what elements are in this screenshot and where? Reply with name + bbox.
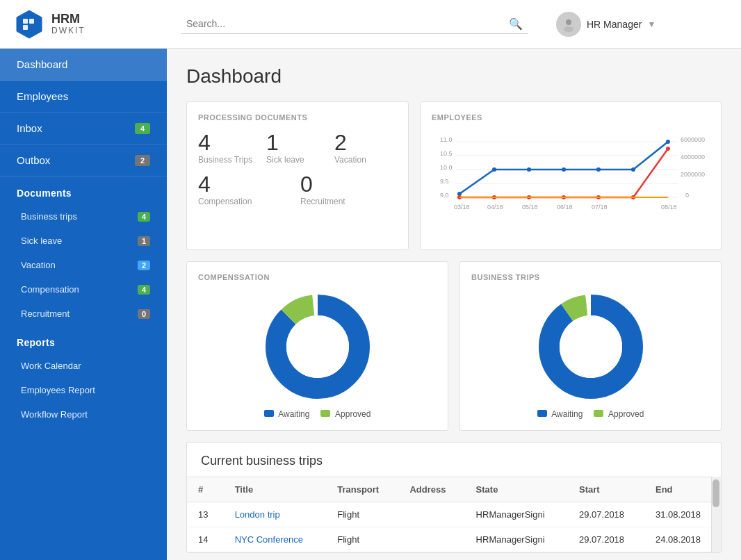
svg-rect-2	[23, 25, 28, 30]
svg-text:2000000: 2000000	[681, 171, 705, 178]
svg-point-42	[286, 315, 349, 378]
sidebar-item-sick-leave[interactable]: Sick leave 1	[0, 229, 167, 253]
svg-point-21	[492, 167, 496, 172]
user-area[interactable]: HR Manager ▼	[556, 12, 656, 37]
legend-green-dot	[320, 410, 330, 417]
sidebar: Dashboard Employees Inbox 4 Outbox 2 Doc…	[0, 49, 167, 560]
col-end: End	[644, 477, 721, 502]
sidebar-outbox-label: Outbox	[17, 154, 50, 166]
bt-legend-green-dot	[594, 410, 603, 417]
proc-item-recruitment: 0 Recruitment	[300, 173, 397, 206]
sidebar-item-work-calendar[interactable]: Work Calendar	[0, 354, 167, 378]
proc-num-business-trips: 4	[198, 131, 261, 154]
svg-point-5	[564, 26, 573, 32]
svg-text:04/18: 04/18	[487, 204, 503, 211]
cell-end: 24.08.2018	[644, 527, 721, 552]
col-title: Title	[224, 477, 327, 502]
table-scroll-wrap[interactable]: # Title Transport Address State Start En…	[187, 477, 721, 552]
table-row: 13 London trip Flight HRManagerSigni 29.…	[187, 502, 721, 527]
sidebar-item-inbox[interactable]: Inbox 4	[0, 113, 167, 145]
logo-hrm: HRM	[51, 13, 86, 26]
svg-text:0: 0	[685, 192, 689, 199]
cell-title[interactable]: NYC Conference	[224, 527, 327, 552]
sidebar-item-business-trips[interactable]: Business trips 4	[0, 204, 167, 229]
proc-grid-row1: 4 Business Trips 1 Sick leave 2 Vacation	[198, 131, 397, 165]
compensation-legend: Awaiting Approved	[264, 409, 371, 419]
sidebar-item-employees-report[interactable]: Employees Report	[0, 378, 167, 402]
cell-title[interactable]: London trip	[224, 502, 327, 527]
chevron-down-icon: ▼	[647, 19, 656, 29]
logo-icon	[14, 9, 44, 40]
svg-point-25	[631, 167, 635, 172]
table-row: 14 NYC Conference Flight HRManagerSigni …	[187, 527, 721, 552]
proc-docs-title: PROCESSING DOCUMENTS	[198, 113, 397, 122]
sidebar-item-dashboard[interactable]: Dashboard	[0, 49, 167, 81]
compensation-badge: 4	[138, 285, 150, 295]
sidebar-item-recruitment[interactable]: Recruitment 0	[0, 302, 167, 326]
proc-label-business-trips: Business Trips	[198, 155, 261, 165]
sidebar-item-compensation[interactable]: Compensation 4	[0, 277, 167, 302]
sick-leave-badge: 1	[138, 236, 150, 246]
svg-point-45	[560, 315, 622, 378]
scrollbar-thumb	[712, 479, 719, 507]
sidebar-item-outbox[interactable]: Outbox 2	[0, 145, 167, 176]
sidebar-employees-label: Employees	[17, 90, 68, 102]
cell-end: 31.08.2018	[644, 502, 721, 527]
sidebar-item-employees[interactable]: Employees	[0, 81, 167, 113]
svg-text:9.5: 9.5	[440, 178, 449, 185]
cell-start: 29.07.2018	[568, 502, 644, 527]
cell-transport: Flight	[326, 502, 398, 527]
current-trips-section: Current business trips # Title Transport…	[186, 442, 722, 553]
cell-state: HRManagerSigni	[465, 527, 568, 552]
scrollbar[interactable]	[711, 477, 721, 552]
proc-num-compensation: 4	[198, 173, 295, 195]
current-trips-title: Current business trips	[187, 443, 721, 477]
employees-report-label: Employees Report	[21, 385, 95, 395]
proc-item-compensation: 4 Compensation	[198, 173, 295, 206]
bt-legend-awaiting: Awaiting	[537, 409, 583, 419]
svg-point-4	[566, 19, 571, 25]
documents-header: Documents	[0, 176, 167, 204]
compensation-donut-title: COMPENSSATION	[198, 273, 437, 281]
logo-area: HRM DWKIT	[14, 9, 181, 40]
logo-text: HRM DWKIT	[51, 13, 86, 35]
svg-text:10.0: 10.0	[440, 164, 453, 171]
col-id: #	[187, 477, 224, 502]
sidebar-item-vacation[interactable]: Vacation 2	[0, 253, 167, 277]
svg-text:6000000: 6000000	[681, 136, 705, 143]
processing-docs-card: PROCESSING DOCUMENTS 4 Business Trips 1 …	[186, 101, 409, 250]
search-input[interactable]	[186, 18, 509, 29]
employees-chart-svg: 11.0 10.5 10.0 9.5 9.0 6000000 4000000 2…	[432, 131, 710, 236]
proc-label-vacation: Vacation	[334, 155, 397, 165]
topnav: HRM DWKIT 🔍 HR Manager ▼	[0, 0, 741, 49]
svg-point-23	[562, 167, 566, 172]
recruitment-badge: 0	[138, 309, 150, 319]
proc-num-recruitment: 0	[300, 173, 397, 195]
work-calendar-label: Work Calendar	[21, 361, 81, 371]
bt-legend-approved: Approved	[594, 409, 644, 419]
employees-chart-title: EMPLOYEES	[432, 113, 710, 122]
avatar	[556, 12, 581, 37]
svg-point-22	[527, 167, 531, 172]
proc-grid-row2: 4 Compensation 0 Recruitment	[198, 173, 397, 206]
bt-legend-blue-dot	[537, 410, 547, 417]
compensation-donut-card: COMPENSSATION Awaiting Approved	[186, 261, 448, 431]
col-address: Address	[398, 477, 464, 502]
sick-leave-label: Sick leave	[21, 236, 62, 246]
cell-address	[398, 502, 464, 527]
outbox-badge: 2	[135, 155, 150, 166]
proc-num-vacation: 2	[334, 131, 397, 154]
search-area[interactable]: 🔍	[181, 15, 528, 34]
sidebar-inbox-label: Inbox	[17, 122, 42, 134]
cell-start: 29.07.2018	[568, 527, 644, 552]
legend-blue-dot	[264, 410, 274, 417]
svg-rect-3	[29, 19, 34, 24]
current-trips-table: # Title Transport Address State Start En…	[187, 477, 721, 552]
proc-label-compensation: Compensation	[198, 197, 295, 206]
svg-text:08/18: 08/18	[661, 204, 677, 211]
proc-label-recruitment: Recruitment	[300, 197, 397, 206]
svg-point-24	[596, 167, 601, 172]
cell-transport: Flight	[326, 527, 398, 552]
sidebar-item-workflow-report[interactable]: Workflow Report	[0, 402, 167, 427]
svg-text:10.5: 10.5	[440, 150, 453, 157]
